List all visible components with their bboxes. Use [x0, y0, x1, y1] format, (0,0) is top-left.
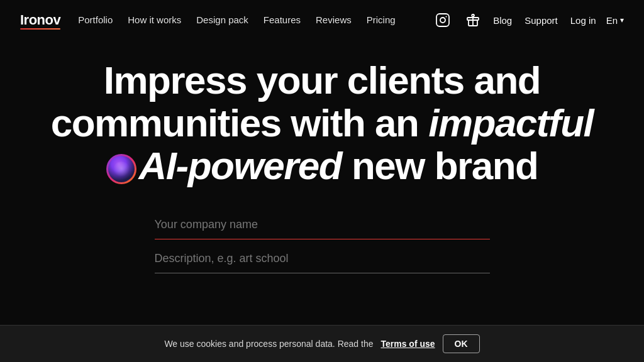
hero-title-ai: AI-powered [139, 144, 342, 187]
nav-item-portfolio[interactable]: Portfolio [78, 14, 113, 26]
svg-point-1 [440, 18, 445, 23]
nav-links: Portfolio How it works Design pack Featu… [78, 14, 395, 26]
nav-text-links: Blog Support Log in [493, 15, 596, 26]
nav-item-how-it-works[interactable]: How it works [128, 14, 181, 26]
hero-title-line3: new brand [352, 144, 538, 187]
nav-right: Blog Support Log in En ▾ [433, 10, 624, 30]
instagram-icon[interactable] [433, 10, 453, 30]
cookie-text: We use cookies and process personal data… [164, 339, 373, 349]
nav-link-portfolio[interactable]: Portfolio [78, 14, 113, 25]
chevron-down-icon: ▾ [620, 16, 624, 25]
brand-icon [106, 154, 136, 184]
svg-rect-0 [436, 14, 449, 26]
description-input[interactable] [155, 244, 490, 273]
navbar: Ironov Portfolio How it works Design pac… [0, 0, 644, 40]
nav-item-reviews[interactable]: Reviews [316, 14, 352, 26]
company-name-input[interactable] [155, 211, 490, 239]
hero-section: Impress your clients andcommunities with… [0, 40, 644, 278]
gift-icon[interactable] [463, 10, 483, 30]
hero-title: Impress your clients andcommunities with… [51, 59, 594, 188]
cookie-ok-button[interactable]: OK [443, 334, 480, 353]
nav-link-how-it-works[interactable]: How it works [128, 14, 181, 25]
cookie-banner: We use cookies and process personal data… [0, 325, 644, 362]
nav-link-pricing[interactable]: Pricing [367, 14, 396, 25]
language-selector[interactable]: En ▾ [606, 15, 624, 26]
login-link[interactable]: Log in [570, 15, 596, 26]
support-link[interactable]: Support [525, 15, 558, 26]
nav-left: Ironov Portfolio How it works Design pac… [20, 12, 396, 28]
hero-title-italic: impactful [428, 101, 593, 145]
nav-item-features[interactable]: Features [264, 14, 301, 26]
blog-link[interactable]: Blog [493, 15, 512, 26]
svg-point-2 [446, 16, 447, 18]
nav-item-design-pack[interactable]: Design pack [196, 14, 248, 26]
terms-of-use-link[interactable]: Terms of use [380, 339, 435, 349]
nav-link-reviews[interactable]: Reviews [316, 14, 352, 25]
nav-link-features[interactable]: Features [264, 14, 301, 25]
nav-item-pricing[interactable]: Pricing [367, 14, 396, 26]
company-form [155, 211, 490, 278]
nav-link-design-pack[interactable]: Design pack [196, 14, 248, 25]
language-label: En [606, 15, 618, 26]
logo[interactable]: Ironov [20, 12, 60, 28]
